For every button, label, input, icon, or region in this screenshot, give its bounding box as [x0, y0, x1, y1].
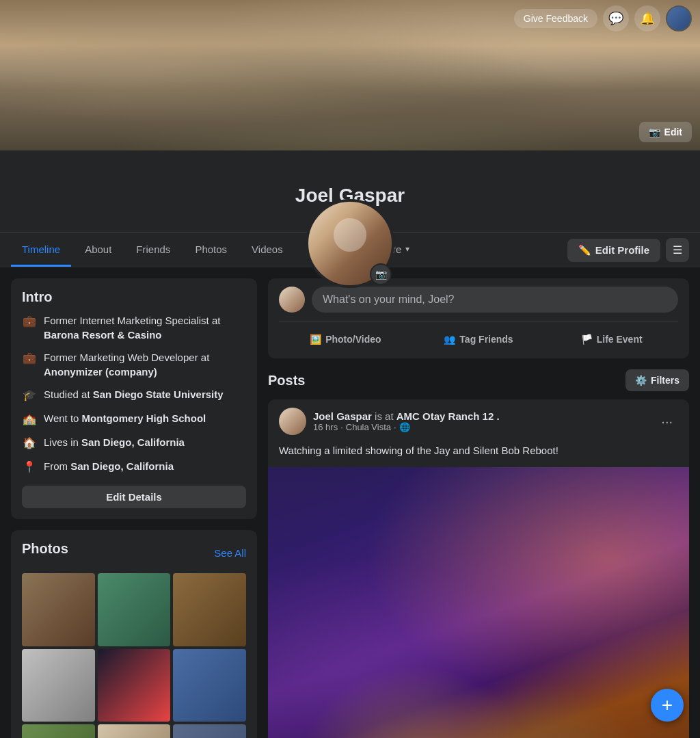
- photos-card: Photos See All: [11, 530, 257, 738]
- add-post-card: What's on your mind, Joel? 🖼️ Photo/Vide…: [268, 278, 689, 358]
- school-icon: 🏫: [22, 412, 37, 427]
- photo-thumb[interactable]: [173, 649, 246, 722]
- tab-photos[interactable]: Photos: [184, 234, 238, 267]
- photos-card-header: Photos See All: [22, 541, 246, 565]
- post-user-avatar[interactable]: [279, 408, 306, 435]
- intro-item-university: 🎓 Studied at San Diego State University: [22, 387, 246, 403]
- edit-profile-icon: ✏️: [578, 244, 591, 256]
- photo-thumb[interactable]: [98, 573, 171, 646]
- post-more-button[interactable]: ···: [656, 411, 678, 432]
- post-card: Joel Gaspar is at AMC Otay Ranch 12 . 16…: [268, 399, 689, 738]
- post-user-name: Joel Gaspar is at AMC Otay Ranch 12 .: [313, 410, 649, 422]
- intro-item-lives: 🏠 Lives in San Diego, California: [22, 435, 246, 451]
- nav-actions: ✏️ Edit Profile ☰: [567, 233, 689, 267]
- work-icon: 💼: [22, 314, 37, 329]
- intro-title: Intro: [22, 289, 246, 305]
- photo-thumb[interactable]: [98, 724, 171, 738]
- photos-grid: [22, 573, 246, 738]
- posts-header: Posts ⚙️ Filters: [268, 369, 689, 391]
- photo-video-button[interactable]: 🖼️ Photo/Video: [279, 328, 412, 350]
- post-user-info: Joel Gaspar is at AMC Otay Ranch 12 . 16…: [313, 410, 649, 432]
- photo-thumb[interactable]: [98, 649, 171, 722]
- filters-button[interactable]: ⚙️ Filters: [625, 369, 689, 391]
- see-all-photos-link[interactable]: See All: [214, 547, 246, 559]
- intro-card: Intro 💼 Former Internet Marketing Specia…: [11, 278, 257, 519]
- post-header: Joel Gaspar is at AMC Otay Ranch 12 . 16…: [268, 399, 689, 443]
- add-post-input[interactable]: What's on your mind, Joel?: [312, 287, 678, 313]
- camera-icon: 📷: [649, 127, 660, 137]
- nav-tabs: Timeline About Friends Photos Videos Che…: [11, 234, 567, 267]
- profile-pic-camera-button[interactable]: 📷: [370, 263, 392, 285]
- give-feedback-button[interactable]: Give Feedback: [514, 9, 597, 28]
- notifications-button[interactable]: 🔔: [634, 5, 660, 31]
- menu-icon: ☰: [673, 244, 682, 256]
- photo-thumb[interactable]: [22, 649, 95, 722]
- graduation-icon: 🎓: [22, 388, 37, 403]
- edit-details-button[interactable]: Edit Details: [22, 486, 246, 508]
- fab-icon: +: [662, 694, 673, 716]
- right-column: What's on your mind, Joel? 🖼️ Photo/Vide…: [268, 278, 689, 738]
- fab-button[interactable]: +: [651, 689, 684, 722]
- main-content: Intro 💼 Former Internet Marketing Specia…: [0, 267, 700, 738]
- edit-profile-button[interactable]: ✏️ Edit Profile: [567, 239, 660, 262]
- left-column: Intro 💼 Former Internet Marketing Specia…: [11, 278, 257, 738]
- user-avatar-top[interactable]: [666, 5, 692, 31]
- camera-small-icon: 📷: [375, 269, 387, 280]
- post-more-icon: ···: [661, 414, 673, 429]
- post-meta: 16 hrs · Chula Vista · 🌐: [313, 422, 649, 432]
- filters-icon: ⚙️: [635, 375, 647, 386]
- tag-friends-icon: 👥: [444, 334, 455, 345]
- cover-edit-button[interactable]: 📷 Edit: [639, 122, 692, 142]
- photo-thumb[interactable]: [22, 573, 95, 646]
- post-text: Watching a limited showing of the Jay an…: [268, 443, 689, 467]
- tag-friends-button[interactable]: 👥 Tag Friends: [412, 328, 546, 350]
- post-image: [268, 467, 689, 739]
- messenger-button[interactable]: 💬: [603, 5, 629, 31]
- posts-title: Posts: [268, 373, 305, 388]
- photo-thumb[interactable]: [173, 573, 246, 646]
- globe-icon: 🌐: [399, 422, 410, 432]
- tab-about[interactable]: About: [74, 234, 122, 267]
- photos-card-title: Photos: [22, 541, 68, 557]
- add-post-top: What's on your mind, Joel?: [279, 287, 678, 313]
- chevron-down-icon: ▾: [405, 244, 409, 254]
- location-icon: 📍: [22, 460, 37, 475]
- messenger-icon: 💬: [608, 11, 623, 26]
- photo-video-icon: 🖼️: [310, 334, 321, 345]
- tab-timeline[interactable]: Timeline: [11, 234, 71, 267]
- photo-thumb[interactable]: [173, 724, 246, 738]
- work2-icon: 💼: [22, 351, 37, 366]
- intro-item-from: 📍 From San Diego, California: [22, 459, 246, 475]
- profile-picture-wrapper: 📷: [306, 199, 394, 288]
- home-icon: 🏠: [22, 436, 37, 451]
- tab-friends[interactable]: Friends: [125, 234, 181, 267]
- nav-menu-button[interactable]: ☰: [666, 238, 689, 262]
- intro-item-job1: 💼 Former Internet Marketing Specialist a…: [22, 313, 246, 342]
- tab-videos[interactable]: Videos: [241, 234, 294, 267]
- intro-item-highschool: 🏫 Went to Montgomery High School: [22, 411, 246, 427]
- notifications-icon: 🔔: [640, 11, 655, 26]
- add-post-avatar: [279, 287, 305, 313]
- profile-header: 📷 Edit 📷 Joel Gaspar Add Bio Timeline Ab…: [0, 0, 700, 267]
- post-actions: 🖼️ Photo/Video 👥 Tag Friends 🏳️ Life Eve…: [279, 321, 678, 350]
- life-event-button[interactable]: 🏳️ Life Event: [545, 328, 678, 350]
- intro-item-job2: 💼 Former Marketing Web Developer at Anon…: [22, 350, 246, 379]
- photo-thumb[interactable]: [22, 724, 95, 738]
- life-event-icon: 🏳️: [581, 334, 593, 345]
- top-bar: Give Feedback 💬 🔔: [506, 0, 700, 37]
